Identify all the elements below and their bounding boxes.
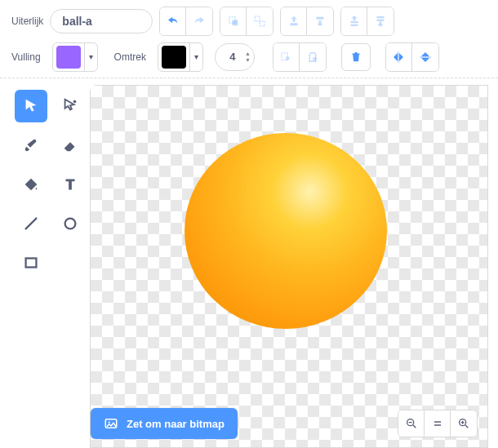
circle-tool[interactable] — [54, 207, 87, 240]
delete-button[interactable] — [341, 43, 371, 71]
svg-rect-4 — [290, 23, 297, 25]
group-button[interactable] — [220, 7, 247, 35]
delete-group — [341, 43, 371, 71]
width-down[interactable]: ▼ — [245, 57, 251, 63]
redo-icon — [192, 14, 207, 29]
width-up[interactable]: ▲ — [245, 51, 251, 56]
outline-width-field[interactable]: 4 ▲ ▼ — [215, 43, 255, 71]
zoom-out-icon — [405, 417, 418, 430]
caret-down-icon: ▾ — [189, 43, 202, 71]
zoom-reset-button[interactable] — [425, 410, 451, 437]
costume-name-input[interactable] — [50, 9, 153, 33]
line-tool[interactable] — [15, 207, 47, 240]
fill-color-picker[interactable]: ▾ — [52, 42, 98, 72]
text-tool[interactable] — [54, 168, 87, 201]
paste-button[interactable] — [300, 43, 326, 71]
flip-horizontal-button[interactable] — [386, 43, 412, 71]
copy-paste-group — [273, 42, 327, 72]
svg-rect-6 — [350, 21, 358, 23]
trash-icon — [349, 50, 363, 64]
undo-icon — [166, 14, 180, 29]
rectangle-tool[interactable] — [15, 246, 47, 279]
svg-rect-8 — [377, 16, 385, 18]
layer-backward-icon — [313, 14, 327, 29]
costume-artwork[interactable] — [185, 133, 387, 329]
select-tool[interactable] — [15, 90, 47, 122]
eraser-icon — [61, 136, 79, 154]
flip-horizontal-icon — [391, 50, 406, 64]
redo-button[interactable] — [186, 7, 212, 35]
zoom-in-button[interactable] — [451, 410, 477, 437]
zoom-controls — [398, 410, 478, 437]
flip-vertical-button[interactable] — [412, 43, 438, 71]
group-ungroup-group — [220, 7, 273, 36]
cursor-icon — [22, 97, 40, 115]
caret-down-icon: ▾ — [84, 43, 97, 71]
forward-button[interactable] — [281, 7, 307, 35]
back-button[interactable] — [367, 7, 394, 35]
bucket-icon — [22, 175, 40, 193]
reshape-icon — [61, 97, 79, 115]
undo-button[interactable] — [160, 7, 186, 35]
outline-label: Omtrek — [114, 51, 146, 63]
layer-back-icon — [373, 14, 388, 29]
flip-vertical-icon — [418, 50, 433, 64]
svg-rect-2 — [255, 16, 260, 21]
line-icon — [22, 215, 40, 233]
costume-label: Uiterlijk — [11, 16, 43, 27]
zoom-reset-icon — [431, 417, 444, 430]
layer-forward-icon — [287, 14, 301, 29]
svg-rect-9 — [377, 20, 385, 21]
image-icon — [104, 416, 118, 431]
svg-point-17 — [65, 219, 76, 229]
brush-tool[interactable] — [15, 129, 47, 162]
fill-tool[interactable] — [15, 168, 47, 201]
outline-swatch — [162, 46, 186, 69]
front-back-group — [340, 7, 394, 36]
svg-point-20 — [109, 421, 110, 423]
toolbox — [0, 78, 90, 448]
group-icon — [226, 14, 241, 29]
svg-rect-18 — [26, 259, 37, 268]
circle-icon — [61, 215, 79, 233]
convert-to-bitmap-button[interactable]: Zet om naar bitmap — [91, 408, 238, 439]
svg-rect-7 — [350, 24, 358, 26]
zoom-out-button[interactable] — [398, 410, 425, 437]
outline-color-picker[interactable]: ▾ — [158, 42, 203, 72]
svg-line-22 — [413, 425, 416, 428]
fill-swatch — [56, 46, 81, 69]
undo-redo-group — [159, 7, 213, 36]
brush-icon — [22, 136, 40, 154]
svg-line-16 — [26, 219, 37, 229]
convert-to-bitmap-label: Zet om naar bitmap — [127, 418, 225, 430]
paste-icon — [305, 50, 320, 64]
zoom-in-icon — [457, 417, 470, 430]
ungroup-icon — [252, 14, 267, 29]
svg-rect-1 — [232, 20, 238, 26]
eraser-tool[interactable] — [54, 129, 87, 162]
layer-front-icon — [347, 14, 362, 29]
fill-label: Vulling — [11, 51, 41, 63]
svg-rect-3 — [260, 21, 265, 26]
text-icon — [61, 175, 79, 193]
backward-button[interactable] — [307, 7, 333, 35]
svg-point-15 — [73, 100, 77, 104]
layer-up-down-group — [280, 7, 334, 36]
canvas[interactable]: Zet om naar bitmap — [90, 85, 488, 448]
front-button[interactable] — [341, 7, 367, 35]
flip-group — [385, 42, 439, 72]
outline-width-value: 4 — [227, 51, 238, 63]
copy-icon — [278, 50, 293, 64]
svg-line-27 — [465, 425, 468, 428]
svg-rect-5 — [317, 17, 324, 20]
rectangle-icon — [22, 254, 40, 272]
copy-button[interactable] — [273, 43, 300, 71]
reshape-tool[interactable] — [54, 90, 87, 122]
ungroup-button[interactable] — [247, 7, 273, 35]
